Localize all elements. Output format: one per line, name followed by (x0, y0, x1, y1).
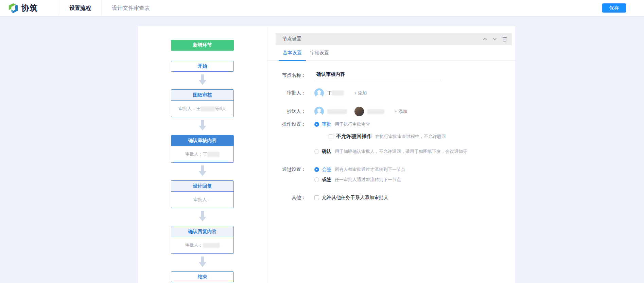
radio-approve[interactable] (314, 122, 319, 127)
flow-node-confirm-review[interactable]: 确认审核内容 审批人：丁 (171, 135, 234, 163)
redacted-name (203, 243, 220, 248)
flow-arrow-down-icon (199, 257, 206, 269)
nav-item-set-process[interactable]: 设置流程 (59, 0, 101, 16)
approver-name: 丁 (327, 90, 344, 96)
flow-node-approver: 审批人：王等6人 (171, 101, 233, 117)
chevron-up-icon[interactable] (483, 38, 487, 40)
redacted-name (367, 109, 384, 114)
operation-approve-row: 操作设置： 审批 用于执行审批审查 (267, 121, 370, 127)
flow-arrow-down-icon (199, 74, 206, 87)
tab-basic-settings[interactable]: 基本设置 (279, 45, 306, 60)
checkbox-no-reject[interactable] (329, 134, 333, 139)
radio-all-sign-label[interactable]: 会签 (322, 166, 331, 173)
settings-tabs: 基本设置 字段设置 (267, 45, 515, 61)
basic-settings-form: 节点名称： 审批人： (267, 61, 515, 268)
flow-node-title: 确认回复内容 (171, 226, 233, 237)
approver-row: 审批人： 丁 + 添加 (267, 88, 367, 98)
radio-approve-label[interactable]: 审批 (322, 121, 331, 127)
cc-name (367, 109, 384, 114)
radio-confirm[interactable] (314, 149, 319, 154)
node-settings-header: 节点设置 (276, 33, 512, 45)
flow-node-confirm-reply[interactable]: 确认回复内容 审批人： (171, 226, 234, 254)
node-name-label: 节点名称： (267, 72, 306, 78)
approver-avatar[interactable] (314, 88, 324, 98)
other-row: 其他： 允许其他任务干系人添加审批人 (267, 195, 388, 201)
pass-allsign-row: 通过设置： 会签 所有人都审批通过才流转到下一节点 (267, 166, 405, 173)
checkbox-allow-add-approver-label[interactable]: 允许其他任务干系人添加审批人 (322, 195, 388, 201)
chevron-down-icon[interactable] (492, 38, 497, 40)
flow-node-drawing-review[interactable]: 图纸审核 审批人：王等6人 (171, 89, 234, 117)
panel-title: 节点设置 (282, 36, 301, 42)
node-name-row: 节点名称： (267, 71, 441, 80)
flow-arrow-down-icon (199, 211, 206, 223)
pass-anysign-row: 或签 任一审批人通过即流转到下一节点 (267, 177, 401, 183)
tab-field-settings[interactable]: 字段设置 (306, 45, 333, 60)
cc-avatar[interactable] (314, 107, 324, 116)
flow-node-title: 设计回复 (171, 181, 233, 192)
operation-label: 操作设置： (267, 121, 306, 127)
other-label: 其他： (267, 195, 306, 201)
cc-avatar-photo[interactable] (354, 107, 364, 116)
radio-any-sign[interactable] (314, 177, 319, 182)
flow-node-approver: 审批人： (171, 237, 233, 253)
flow-node-title: 图纸审核 (171, 90, 233, 101)
cc-row: 抄送人： + 添加 (267, 107, 407, 116)
page: 协筑 设置流程 设计文件审查表 保存 新增环节 开始 图纸审核 审批人：王等6人… (0, 0, 644, 283)
redacted-name (201, 106, 215, 111)
trash-icon[interactable] (502, 36, 507, 42)
add-step-button[interactable]: 新增环节 (171, 40, 234, 51)
radio-all-sign-hint: 所有人都审批通过才流转到下一节点 (335, 166, 405, 173)
node-name-input[interactable] (314, 71, 441, 80)
add-cc-button[interactable]: + 添加 (395, 108, 407, 114)
pass-label: 通过设置： (267, 166, 306, 173)
checkbox-no-reject-hint: 在执行审批审查过程中，不允许驳回 (375, 134, 446, 140)
app-logo-text: 协筑 (21, 3, 38, 13)
flow-arrow-down-icon (199, 165, 206, 178)
radio-any-sign-label[interactable]: 或签 (322, 177, 331, 183)
flow-node-approver: 审批人： (171, 192, 233, 208)
cc-label: 抄送人： (267, 108, 306, 114)
node-settings-panel: 节点设置 基本设置 字段设置 (267, 26, 515, 283)
checkbox-no-reject-label[interactable]: 不允许驳回操作 (336, 133, 372, 140)
operation-confirm-row: 确认 用于知晓确认审批人，不允许退回，适用于如图纸下发，会议通知等 (267, 148, 467, 155)
navbar: 协筑 设置流程 设计文件审查表 保存 (0, 0, 644, 16)
nav-item-review-form[interactable]: 设计文件审查表 (102, 0, 160, 16)
cc-name (327, 109, 347, 114)
flow-node-end[interactable]: 结束 (171, 271, 234, 282)
flow-node-title: 确认审核内容 (171, 135, 233, 146)
redacted-name (332, 90, 344, 95)
flow-arrow-down-icon (199, 120, 206, 132)
flow-node-design-reply[interactable]: 设计回复 审批人： (171, 180, 234, 208)
radio-all-sign[interactable] (314, 167, 319, 172)
radio-approve-hint: 用于执行审批审查 (335, 121, 370, 127)
radio-confirm-label[interactable]: 确认 (322, 148, 331, 155)
app-logo[interactable]: 协筑 (0, 0, 59, 16)
radio-confirm-hint: 用于知晓确认审批人，不允许退回，适用于如图纸下发，会议通知等 (335, 148, 467, 155)
no-reject-row: 不允许驳回操作 在执行审批审查过程中，不允许驳回 (267, 133, 446, 140)
checkbox-allow-add-approver[interactable] (314, 195, 319, 200)
flow-node-approver: 审批人：丁 (171, 146, 233, 162)
app-logo-icon (7, 2, 19, 14)
redacted-name (207, 152, 220, 157)
approver-label: 审批人： (267, 90, 306, 96)
save-button[interactable]: 保存 (602, 3, 626, 13)
radio-any-sign-hint: 任一审批人通过即流转到下一节点 (335, 177, 401, 183)
redacted-name (327, 109, 347, 114)
flow-node-start[interactable]: 开始 (171, 61, 234, 72)
flowchart-panel: 新增环节 开始 图纸审核 审批人：王等6人 确认审核内容 审批人：丁 设计回复 … (138, 26, 267, 283)
add-approver-button[interactable]: + 添加 (354, 90, 367, 96)
panel-header-actions (483, 36, 507, 42)
